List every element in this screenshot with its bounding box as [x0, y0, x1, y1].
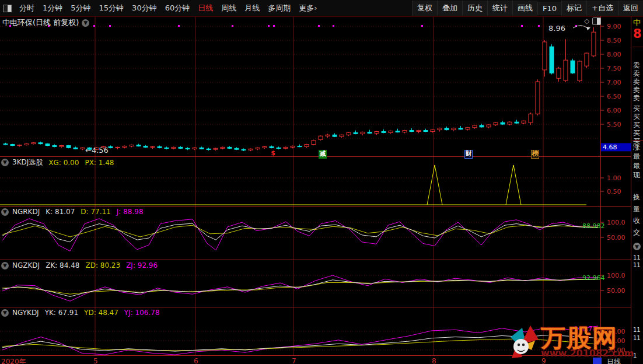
pane-collapse-icon[interactable]: ▼ — [1, 262, 9, 270]
quote-row-label: 现 — [633, 170, 640, 180]
diamond-icon[interactable]: ◇ — [584, 17, 589, 25]
quote-row-label: 换 — [633, 192, 640, 202]
indicator-name: NGYKDJ — [12, 309, 39, 317]
svg-text:60.00: 60.00 — [607, 337, 625, 345]
quote-strip: 中8卖卖卖卖卖买买买买买涨最最现换量收交111111111▼ — [632, 16, 643, 364]
svg-text:106.78: 106.78 — [574, 325, 597, 332]
svg-text:6.00: 6.00 — [607, 107, 621, 114]
pane-collapse-icon[interactable]: ▼ — [1, 309, 9, 317]
quote-row-value: 11 — [633, 335, 641, 341]
period-label: 日线 — [607, 357, 621, 364]
svg-text:1.00: 1.00 — [607, 174, 621, 182]
chevron-down-icon[interactable]: ▼ — [82, 19, 89, 27]
chart-title-row: 中电环保(日线 前复权) ▼ — [2, 18, 89, 28]
quote-row-label: 最 — [633, 161, 640, 171]
panel-toggle-icon[interactable] — [592, 18, 601, 25]
event-marker-3[interactable]: 榜 — [531, 150, 539, 159]
indicator-param: ZD: 80.23 — [85, 261, 120, 270]
svg-text:←4.56: ←4.56 — [85, 146, 109, 155]
svg-text:6.50: 6.50 — [607, 93, 621, 100]
svg-text:8.96: 8.96 — [548, 24, 565, 33]
svg-text:88.982: 88.982 — [582, 222, 605, 230]
date-axis-label-2: 6 — [194, 357, 198, 364]
pane-label-row-1: ▼NGRKDJK: 81.07D: 77.11J: 88.98 — [1, 208, 144, 216]
indicator-param: D: 77.11 — [81, 208, 110, 216]
date-axis-label-3: 7 — [292, 357, 296, 364]
quote-row-label: 量 — [633, 204, 640, 214]
quote-row-value: 11 — [633, 254, 641, 261]
svg-text:8.00: 8.00 — [607, 51, 621, 58]
pane-label-row-0: ▼3KDJ选股XG: 0.00PX: 1.48 — [1, 158, 114, 167]
svg-text:9.00: 9.00 — [607, 23, 621, 30]
svg-text:7.00: 7.00 — [607, 79, 621, 86]
indicator-param: YD: 48.47 — [84, 309, 118, 317]
indicator-param: ZK: 84.48 — [46, 261, 79, 270]
svg-text:4.68: 4.68 — [603, 144, 617, 151]
indicator-name: 3KDJ选股 — [12, 158, 43, 167]
event-marker-2[interactable]: 财 — [464, 150, 473, 159]
date-axis-label-4: 8 — [432, 357, 436, 364]
svg-text:50.00: 50.00 — [607, 287, 625, 295]
pane-label-row-2: ▼NGZKDJZK: 84.48ZD: 80.23ZJ: 92.96 — [1, 261, 158, 270]
pane-collapse-icon[interactable]: ▼ — [1, 159, 9, 166]
svg-text:5.50: 5.50 — [607, 121, 621, 128]
quote-row-value: 11 — [633, 262, 641, 268]
indicator-name: NGRKDJ — [12, 208, 40, 216]
event-marker-0[interactable]: $ — [270, 150, 277, 158]
svg-text:90.00: 90.00 — [607, 328, 625, 335]
chart-corner-icons: ◇ — [584, 17, 601, 25]
svg-text:30.00: 30.00 — [607, 346, 625, 354]
quote-last-price: 8 — [633, 27, 642, 41]
quote-row-label: 收 — [633, 216, 640, 226]
indicator-param: YK: 67.91 — [45, 309, 78, 317]
event-marker-1[interactable]: 减 — [319, 150, 327, 159]
indicator-param: YJ: 106.78 — [124, 309, 160, 317]
quote-row-label: 最 — [633, 152, 640, 162]
indicator-name: NGZKDJ — [12, 261, 40, 270]
bottom-date-axis: 日线 2020年56789 — [0, 356, 643, 364]
svg-text:8.50: 8.50 — [607, 37, 621, 44]
date-axis-highlight — [593, 358, 602, 364]
pane-collapse-icon[interactable]: ▼ — [1, 208, 9, 216]
date-axis-label-1: 5 — [93, 357, 98, 364]
pane-label-row-3: ▼NGYKDJYK: 67.91YD: 48.47YJ: 106.78 — [1, 309, 160, 317]
quote-row-label: 卖 — [633, 93, 640, 103]
quote-row-label: 涨 — [633, 142, 640, 152]
quote-row-value: 11 — [633, 327, 641, 333]
svg-text:50.00: 50.00 — [607, 234, 625, 242]
indicator-param: J: 88.98 — [117, 208, 144, 216]
svg-text:7.50: 7.50 — [607, 65, 621, 72]
indicator-param: PX: 1.48 — [85, 159, 114, 167]
svg-text:100.0: 100.0 — [607, 219, 625, 226]
indicator-param: XG: 0.00 — [48, 159, 79, 167]
stock-title: 中电环保(日线 前复权) — [2, 18, 79, 28]
date-axis-label-0: 2020年 — [1, 357, 26, 364]
svg-text:100.0: 100.0 — [607, 272, 625, 279]
quote-row-label: 交 — [633, 228, 640, 237]
indicator-param: K: 81.07 — [46, 208, 75, 216]
quote-expand-icon[interactable]: ▼ — [633, 243, 641, 250]
date-axis-label-5: 9 — [541, 357, 546, 364]
svg-text:92.964: 92.964 — [582, 274, 605, 282]
svg-text:0.50: 0.50 — [607, 188, 621, 195]
indicator-param: ZJ: 92.96 — [126, 261, 158, 270]
